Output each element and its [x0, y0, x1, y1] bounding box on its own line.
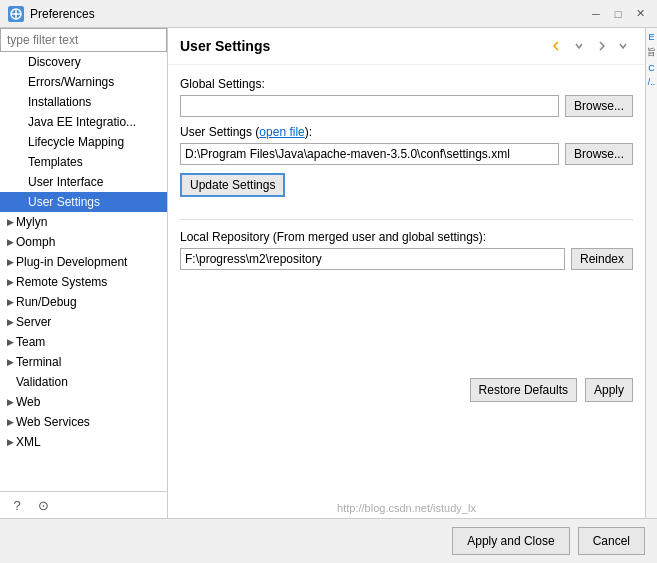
sidebar: Discovery Errors/Warnings Installations …	[0, 28, 168, 518]
expand-arrow-web-services: ▶	[4, 417, 16, 427]
user-settings-input[interactable]	[180, 143, 559, 165]
close-button[interactable]: ✕	[631, 5, 649, 23]
expand-arrow-remote-systems: ▶	[4, 277, 16, 287]
edge-char-1: E	[648, 32, 654, 42]
edge-char-2: 旨	[647, 46, 656, 59]
edge-char-3: C	[648, 63, 655, 73]
help-icon[interactable]: ?	[8, 496, 26, 514]
apply-button[interactable]: Apply	[585, 378, 633, 402]
sidebar-item-installations[interactable]: Installations	[0, 92, 167, 112]
sidebar-item-web-services[interactable]: ▶ Web Services	[0, 412, 167, 432]
window-icon	[8, 6, 24, 22]
sidebar-item-lifecycle-mapping[interactable]: Lifecycle Mapping	[0, 132, 167, 152]
sidebar-item-oomph[interactable]: ▶ Oomph	[0, 232, 167, 252]
sidebar-item-errors-warnings[interactable]: Errors/Warnings	[0, 72, 167, 92]
local-repo-input[interactable]	[180, 248, 565, 270]
watermark: http://blog.csdn.net/istudy_lx	[168, 498, 645, 518]
expand-arrow-run-debug: ▶	[4, 297, 16, 307]
section-action-bar: Restore Defaults Apply	[180, 378, 633, 402]
main-container: Discovery Errors/Warnings Installations …	[0, 28, 657, 518]
right-edge: E 旨 C /..	[645, 28, 657, 518]
sidebar-item-xml[interactable]: ▶ XML	[0, 432, 167, 452]
content-panel: User Settings Global Settings:	[168, 28, 645, 518]
global-settings-input[interactable]	[180, 95, 559, 117]
bottom-bar: Apply and Close Cancel	[0, 518, 657, 563]
sidebar-item-team[interactable]: ▶ Team	[0, 332, 167, 352]
sidebar-item-server[interactable]: ▶ Server	[0, 312, 167, 332]
title-bar: Preferences ─ □ ✕	[0, 0, 657, 28]
content-header: User Settings	[168, 28, 645, 65]
minimize-button[interactable]: ─	[587, 5, 605, 23]
expand-arrow-web: ▶	[4, 397, 16, 407]
global-settings-section: Global Settings: Browse...	[180, 77, 633, 117]
local-repo-section: Local Repository (From merged user and g…	[180, 230, 633, 270]
sidebar-item-templates[interactable]: Templates	[0, 152, 167, 172]
page-title: User Settings	[180, 38, 270, 54]
edge-char-4: /..	[648, 77, 656, 87]
expand-arrow-plug-in-dev: ▶	[4, 257, 16, 267]
local-repo-label: Local Repository (From merged user and g…	[180, 230, 633, 244]
apply-close-button[interactable]: Apply and Close	[452, 527, 569, 555]
sidebar-bottom-bar: ? ⊙	[0, 491, 167, 518]
expand-arrow-server: ▶	[4, 317, 16, 327]
sidebar-item-run-debug[interactable]: ▶ Run/Debug	[0, 292, 167, 312]
nav-forward-button[interactable]	[591, 36, 611, 56]
sidebar-item-mylyn[interactable]: ▶ Mylyn	[0, 212, 167, 232]
nav-back-button[interactable]	[547, 36, 567, 56]
nav-forward-dropdown-button[interactable]	[613, 36, 633, 56]
divider	[180, 219, 633, 220]
expand-arrow-team: ▶	[4, 337, 16, 347]
sidebar-item-java-ee[interactable]: Java EE Integratio...	[0, 112, 167, 132]
window-title: Preferences	[30, 7, 587, 21]
expand-arrow-xml: ▶	[4, 437, 16, 447]
browse2-button[interactable]: Browse...	[565, 143, 633, 165]
cancel-button[interactable]: Cancel	[578, 527, 645, 555]
sidebar-item-user-settings[interactable]: User Settings	[0, 192, 167, 212]
sidebar-item-terminal[interactable]: ▶ Terminal	[0, 352, 167, 372]
header-nav	[547, 36, 633, 56]
sidebar-item-remote-systems[interactable]: ▶ Remote Systems	[0, 272, 167, 292]
content-body: Global Settings: Browse... User Settings…	[168, 65, 645, 498]
filter-input[interactable]	[0, 28, 167, 52]
sidebar-item-discovery[interactable]: Discovery	[0, 52, 167, 72]
expand-arrow-mylyn: ▶	[4, 217, 16, 227]
tree-container: Discovery Errors/Warnings Installations …	[0, 52, 167, 491]
open-file-link[interactable]: open file	[259, 125, 304, 139]
sidebar-item-web[interactable]: ▶ Web	[0, 392, 167, 412]
window-controls: ─ □ ✕	[587, 5, 649, 23]
maximize-button[interactable]: □	[609, 5, 627, 23]
user-settings-row: Browse...	[180, 143, 633, 165]
restore-defaults-button[interactable]: Restore Defaults	[470, 378, 577, 402]
local-repo-row: Reindex	[180, 248, 633, 270]
user-settings-section: User Settings (open file): Browse... Upd…	[180, 125, 633, 209]
global-settings-label: Global Settings:	[180, 77, 633, 91]
sidebar-item-validation[interactable]: Validation	[0, 372, 167, 392]
reindex-button[interactable]: Reindex	[571, 248, 633, 270]
expand-arrow-terminal: ▶	[4, 357, 16, 367]
preferences-icon[interactable]: ⊙	[34, 496, 52, 514]
user-settings-label: User Settings (open file):	[180, 125, 633, 139]
global-settings-row: Browse...	[180, 95, 633, 117]
update-settings-button[interactable]: Update Settings	[180, 173, 285, 197]
expand-arrow-oomph: ▶	[4, 237, 16, 247]
browse1-button[interactable]: Browse...	[565, 95, 633, 117]
sidebar-item-user-interface[interactable]: User Interface	[0, 172, 167, 192]
nav-dropdown-button[interactable]	[569, 36, 589, 56]
sidebar-item-plug-in-dev[interactable]: ▶ Plug-in Development	[0, 252, 167, 272]
